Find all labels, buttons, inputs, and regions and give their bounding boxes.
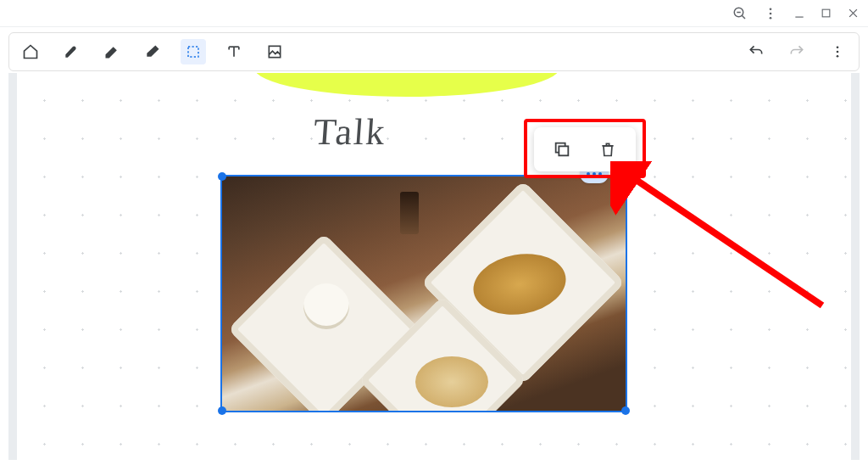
- zoom-out-icon[interactable]: [732, 6, 748, 21]
- svg-point-4: [770, 12, 772, 14]
- select-tool-button[interactable]: [181, 39, 206, 64]
- svg-line-1: [742, 15, 745, 19]
- svg-rect-7: [822, 9, 830, 17]
- svg-rect-10: [188, 47, 198, 57]
- toolbar-left: [18, 39, 287, 64]
- highlighter-stroke: [254, 73, 559, 97]
- close-icon[interactable]: [847, 7, 860, 20]
- svg-point-16: [837, 46, 839, 48]
- window-titlebar: [0, 0, 868, 27]
- resize-handle-bl[interactable]: [218, 406, 226, 415]
- more-horiz-icon: [587, 172, 590, 176]
- eraser-tool-button[interactable]: [140, 39, 165, 64]
- more-menu-button[interactable]: [825, 39, 850, 64]
- svg-point-5: [770, 16, 772, 19]
- selection-context-menu: [534, 127, 636, 171]
- text-tool-button[interactable]: [221, 39, 247, 64]
- resize-handle-br[interactable]: [621, 406, 630, 415]
- svg-rect-19: [559, 146, 569, 155]
- selected-image[interactable]: [220, 175, 627, 412]
- handwritten-text: Talk: [312, 110, 387, 154]
- undo-button[interactable]: [743, 39, 769, 64]
- resize-handle-tr[interactable]: [621, 172, 630, 181]
- svg-point-17: [837, 51, 839, 53]
- canvas[interactable]: Talk: [8, 73, 860, 460]
- svg-point-3: [770, 8, 772, 10]
- home-button[interactable]: [18, 39, 43, 64]
- toolbar: [8, 32, 860, 71]
- image-content: [222, 176, 626, 411]
- redo-button[interactable]: [784, 39, 810, 64]
- highlighter-tool-button[interactable]: [99, 39, 125, 64]
- resize-handle-tl[interactable]: [218, 172, 226, 181]
- pen-tool-button[interactable]: [58, 39, 84, 64]
- kebab-menu-icon[interactable]: [763, 6, 778, 21]
- svg-point-18: [837, 55, 839, 58]
- maximize-icon[interactable]: [821, 8, 832, 19]
- toolbar-container: [0, 27, 868, 71]
- minimize-icon[interactable]: [793, 8, 805, 20]
- annotation-arrow: [610, 161, 839, 322]
- delete-button[interactable]: [591, 132, 625, 166]
- toolbar-right: [743, 39, 850, 64]
- image-tool-button[interactable]: [262, 39, 287, 64]
- svg-rect-15: [269, 46, 280, 57]
- copy-button[interactable]: [545, 132, 579, 166]
- svg-line-20: [627, 174, 822, 305]
